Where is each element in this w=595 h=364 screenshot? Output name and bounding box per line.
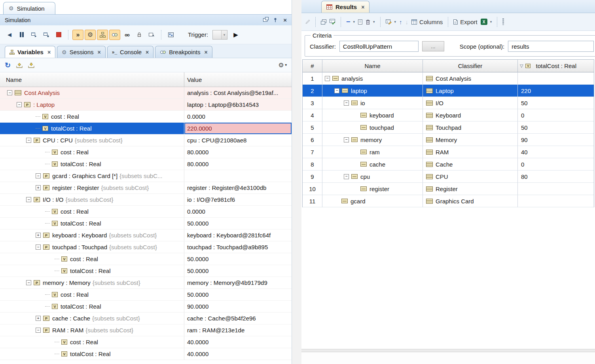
row-name-cell[interactable]: touchpad <box>322 121 423 134</box>
variables-tree-row[interactable]: totalCost : Real50.0000 <box>0 218 292 229</box>
columns-button[interactable]: Columns <box>411 19 443 25</box>
row-totalcost-cell[interactable]: 90 <box>518 134 594 146</box>
variables-tree-row[interactable]: cost : Real40.0000 <box>0 336 292 348</box>
remove-row-button[interactable]: −▾ <box>346 18 355 26</box>
row-totalcost-cell[interactable]: 0 <box>518 158 594 171</box>
results-table-row[interactable]: 9−cpuCPU80 <box>303 171 594 183</box>
row-totalcost-cell[interactable] <box>518 183 594 195</box>
row-name-cell[interactable]: totalCost : Real <box>0 158 184 170</box>
row-name-cell[interactable]: −memory <box>322 134 423 146</box>
toolbar-overflow-icon[interactable] <box>502 19 504 25</box>
row-name-cell[interactable]: cost : Real <box>0 253 184 265</box>
column-header-value[interactable]: Value <box>184 72 292 87</box>
row-classifier-cell[interactable]: CPU <box>423 171 518 183</box>
sort-descending-icon[interactable]: ▽ <box>520 63 523 68</box>
row-name-cell[interactable]: −analysis <box>322 72 423 85</box>
close-icon[interactable]: × <box>283 17 287 23</box>
row-value-cell[interactable]: keyboard : Keyboard@281fc64f <box>184 229 292 241</box>
panel-splitter[interactable] <box>292 0 301 364</box>
row-name-cell[interactable]: +keyboard : Keyboard{subsets subCost} <box>0 229 184 241</box>
row-classifier-cell[interactable]: RAM <box>423 146 518 158</box>
show-hierarchy-toggle[interactable] <box>97 30 108 40</box>
variables-tree-row[interactable]: −gcard : Graphics Card [*]{subsets subC.… <box>0 170 292 182</box>
row-name-cell[interactable]: +register : Register{subsets subCost} <box>0 182 184 193</box>
document-icon[interactable] <box>358 19 362 25</box>
row-name-cell[interactable]: −laptop <box>322 85 423 97</box>
collapse-toggle-icon[interactable]: − <box>26 280 31 285</box>
variables-tree-row[interactable]: cost : Real50.0000 <box>0 289 292 301</box>
run-button[interactable]: ▶ <box>233 31 238 38</box>
row-totalcost-cell[interactable] <box>518 195 594 207</box>
variables-tree-row[interactable]: −CPU : CPU{subsets subCost}cpu : CPU@210… <box>0 135 292 146</box>
snapshot-button[interactable] <box>146 30 157 40</box>
collapse-toggle-icon[interactable]: − <box>7 90 12 95</box>
auto-step-toggle[interactable]: » <box>72 30 83 40</box>
tab-breakpoints[interactable]: Breakpoints × <box>155 46 212 58</box>
tab-sessions[interactable]: ⚙ Sessions × <box>57 46 106 58</box>
close-icon[interactable]: × <box>47 49 51 55</box>
row-totalcost-cell[interactable]: 40 <box>518 146 594 158</box>
watch-button[interactable]: oo <box>121 30 133 40</box>
row-classifier-cell[interactable]: Cache <box>423 158 518 171</box>
variables-tree-row[interactable]: −: Laptoplaptop : Laptop@6b314543 <box>0 99 292 111</box>
results-table-row[interactable]: 7ramRAM40 <box>303 146 594 158</box>
row-name-cell[interactable]: −RAM : RAM{subsets subCost} <box>0 324 184 336</box>
validate-table-icon[interactable] <box>330 19 335 25</box>
restore-icon[interactable] <box>263 18 267 22</box>
results-table-row[interactable]: 5touchpadTouchpad50 <box>303 121 594 134</box>
variables-tree-row[interactable]: cost : Real80.0000 <box>0 146 292 158</box>
row-value-cell[interactable]: cache : Cache@5b4f2e96 <box>184 313 292 324</box>
row-classifier-cell[interactable]: Laptop <box>423 85 518 97</box>
row-name-cell[interactable]: −io <box>322 97 423 109</box>
browse-button[interactable]: ... <box>422 41 444 51</box>
tab-simulation[interactable]: ⚙ Simulation <box>3 2 55 14</box>
column-header-name[interactable]: Name <box>0 72 184 87</box>
collapse-toggle-icon[interactable]: − <box>26 197 31 202</box>
variables-tree-row[interactable]: totalCost : Real40.0000 <box>0 348 292 360</box>
row-name-cell[interactable]: register <box>322 183 423 195</box>
row-value-cell[interactable]: 0.0000 <box>184 206 292 217</box>
row-name-cell[interactable]: −touchpad : Touchpad{subsets subCost} <box>0 241 184 253</box>
results-table-row[interactable]: 4keyboardKeyboard0 <box>303 109 594 121</box>
row-name-cell[interactable]: totalCost : Real <box>0 348 184 360</box>
row-name-cell[interactable]: −CPU : CPU{subsets subCost} <box>0 135 184 146</box>
tab-results[interactable]: Results × <box>321 1 370 13</box>
refresh-icon[interactable]: ↻ <box>5 62 11 69</box>
variables-tree-row[interactable]: −I/O : I/O{subsets subCost}io : I/O@7e98… <box>0 194 292 206</box>
row-name-cell[interactable]: gcard <box>322 195 423 207</box>
row-name-cell[interactable]: cost : Real <box>0 206 184 217</box>
collapse-toggle-icon[interactable]: − <box>17 102 22 107</box>
row-value-cell[interactable]: 50.0000 <box>184 265 292 277</box>
variables-tree-row[interactable]: cost : Real0.0000 <box>0 111 292 123</box>
scope-input[interactable] <box>508 41 594 52</box>
row-name-cell[interactable]: −Cost Analysis <box>0 87 184 99</box>
link-instances-toggle[interactable] <box>109 30 120 40</box>
row-value-cell[interactable]: 80.0000 <box>184 158 292 170</box>
delete-button[interactable]: ▾ <box>366 19 375 25</box>
row-value-cell[interactable]: 0.0000 <box>184 111 292 122</box>
horizontal-splitter[interactable] <box>301 349 595 352</box>
row-value-cell[interactable]: io : I/O@7e981cf6 <box>184 194 292 205</box>
pin-icon[interactable] <box>273 17 278 23</box>
row-totalcost-cell[interactable]: 50 <box>518 97 594 109</box>
row-totalcost-cell[interactable]: 80 <box>518 171 594 183</box>
row-value-cell[interactable]: 40.0000 <box>184 336 292 348</box>
variables-tree-row[interactable]: totalCost : Real80.0000 <box>0 158 292 170</box>
close-icon[interactable]: × <box>146 49 149 55</box>
trigger-dropdown[interactable]: ▾ <box>212 30 227 40</box>
dashboard-button[interactable] <box>165 30 176 40</box>
row-name-cell[interactable]: −cpu <box>322 171 423 183</box>
row-value-cell[interactable]: 80.0000 <box>184 146 292 158</box>
variables-tree-row[interactable]: +cache : Cache{subsets subCost}cache : C… <box>0 313 292 324</box>
collapse-toggle-icon[interactable]: − <box>325 76 330 81</box>
row-totalcost-cell[interactable]: 220 <box>518 85 594 97</box>
table-options-button[interactable]: ⚙ ▾ <box>278 62 287 68</box>
row-name-cell[interactable]: cost : Real <box>0 336 184 348</box>
export-excel-button[interactable]: X ▾ <box>481 19 492 25</box>
variables-tree-row[interactable]: −memory : Memory{subsets subCost}memory … <box>0 277 292 289</box>
row-value-cell[interactable]: 50.0000 <box>184 218 292 229</box>
row-classifier-cell[interactable]: Graphics Card <box>423 195 518 207</box>
row-value-cell[interactable]: memory : Memory@4b9179d9 <box>184 277 292 288</box>
step-back-button[interactable]: ◀ <box>4 30 15 40</box>
variables-tree-row[interactable]: +register : Register{subsets subCost}reg… <box>0 182 292 194</box>
